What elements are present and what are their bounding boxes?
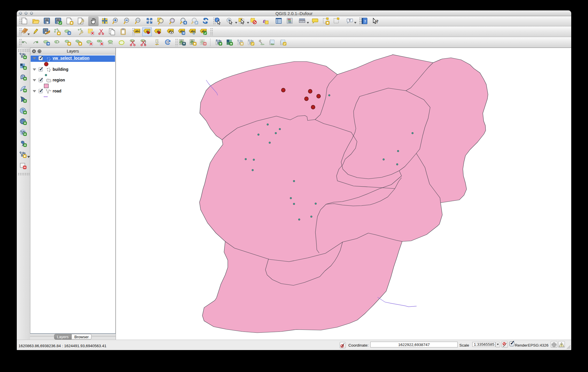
svg-text:T: T [349,19,351,22]
svg-text:?: ? [364,19,366,23]
svg-text:ε: ε [263,17,265,24]
svg-text:i: i [217,18,217,22]
svg-text:?: ? [376,19,378,24]
svg-text:abc: abc [135,29,140,33]
svg-text:1:1: 1:1 [136,19,140,22]
